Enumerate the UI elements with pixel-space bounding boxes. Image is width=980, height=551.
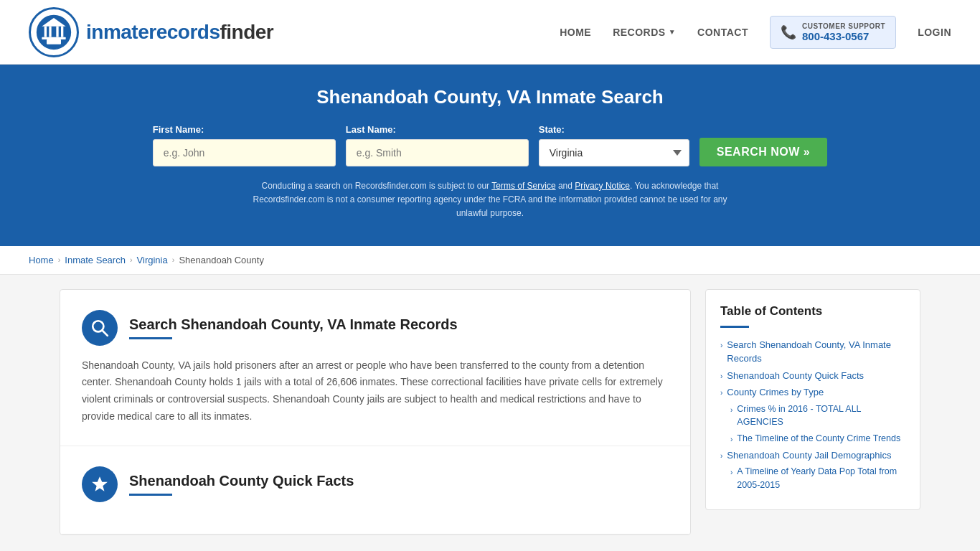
toc-link-label: Search Shenandoah County, VA Inmate Reco… — [727, 338, 905, 366]
toc-title: Table of Contents — [720, 304, 905, 319]
privacy-link[interactable]: Privacy Notice — [575, 181, 630, 191]
toc-item: ›Shenandoah County Quick Facts — [720, 369, 905, 383]
logo-main-text: inmaterecords — [86, 21, 220, 43]
toc-link-label: County Crimes by Type — [727, 385, 824, 400]
toc-item: ›Crimes % in 2016 - TOTAL ALL AGENCIES — [730, 402, 905, 430]
chevron-right-icon: › — [720, 371, 722, 382]
hero-title: Shenandoah County, VA Inmate Search — [29, 86, 951, 108]
main-container: Search Shenandoah County, VA Inmate Reco… — [31, 289, 949, 535]
search-button[interactable]: SEARCH NOW » — [699, 138, 827, 166]
quick-facts-section: Shenandoah County Quick Facts — [60, 446, 690, 534]
toc-link[interactable]: ›Shenandoah County Jail Demographics — [720, 448, 905, 463]
toc-link-label: Shenandoah County Quick Facts — [727, 369, 864, 383]
state-group: State: VirginiaAlabamaAlaskaArizonaArkan… — [539, 124, 689, 166]
chevron-down-icon: ▼ — [669, 28, 676, 36]
svg-rect-3 — [44, 26, 47, 37]
chevron-right-icon: › — [720, 387, 722, 398]
state-label: State: — [539, 124, 565, 135]
chevron-right-icon: › — [720, 340, 722, 351]
svg-marker-11 — [92, 476, 108, 491]
toc-divider — [720, 326, 749, 328]
toc-item: ›County Crimes by Type — [720, 385, 905, 400]
last-name-label: Last Name: — [346, 124, 396, 135]
phone-icon: 📞 — [781, 24, 796, 40]
search-section-icon — [82, 310, 118, 346]
quick-facts-header: Shenandoah County Quick Facts — [82, 466, 669, 502]
hero-disclaimer: Conducting a search on Recordsfinder.com… — [239, 179, 741, 221]
logo-icon — [29, 7, 79, 57]
support-text-area: CUSTOMER SUPPORT 800-433-0567 — [802, 22, 885, 42]
chevron-right-icon: › — [730, 405, 732, 415]
svg-rect-7 — [42, 37, 65, 39]
sidebar: Table of Contents ›Search Shenandoah Cou… — [705, 289, 920, 510]
nav-contact[interactable]: CONTACT — [697, 27, 748, 38]
inmate-records-title-wrap: Search Shenandoah County, VA Inmate Reco… — [129, 316, 458, 339]
breadcrumb-sep-1: › — [58, 255, 61, 264]
breadcrumb-sep-2: › — [130, 255, 133, 264]
toc-link[interactable]: ›Search Shenandoah County, VA Inmate Rec… — [720, 338, 905, 366]
title-underline-2 — [129, 494, 172, 496]
main-nav: HOME RECORDS ▼ CONTACT 📞 CUSTOMER SUPPOR… — [560, 16, 951, 49]
tos-link[interactable]: Terms of Service — [491, 181, 555, 191]
toc-item: ›The Timeline of the County Crime Trends — [730, 432, 905, 446]
nav-records[interactable]: RECORDS ▼ — [613, 27, 676, 38]
toc-link-label: Crimes % in 2016 - TOTAL ALL AGENCIES — [737, 402, 905, 430]
nav-records-label: RECORDS — [613, 27, 666, 38]
breadcrumb-home[interactable]: Home — [29, 255, 54, 265]
site-header: inmaterecordsfinder HOME RECORDS ▼ CONTA… — [0, 0, 980, 65]
toc-link-label: The Timeline of the County Crime Trends — [737, 432, 900, 446]
svg-rect-5 — [56, 26, 58, 37]
toc-list: ›Search Shenandoah County, VA Inmate Rec… — [720, 338, 905, 492]
nav-home[interactable]: HOME — [560, 27, 591, 38]
nav-login[interactable]: LOGIN — [918, 27, 951, 38]
toc-item: ›A Timeline of Yearly Data Pop Total fro… — [730, 465, 905, 492]
first-name-input[interactable] — [153, 139, 336, 166]
customer-support-box: 📞 CUSTOMER SUPPORT 800-433-0567 — [770, 16, 896, 49]
inmate-records-header: Search Shenandoah County, VA Inmate Reco… — [82, 310, 669, 346]
toc-link[interactable]: ›The Timeline of the County Crime Trends — [730, 432, 905, 446]
svg-rect-4 — [49, 26, 51, 37]
quick-facts-icon — [82, 466, 118, 502]
breadcrumb: Home › Inmate Search › Virginia › Shenan… — [0, 246, 980, 275]
last-name-input[interactable] — [346, 139, 529, 166]
breadcrumb-state[interactable]: Virginia — [137, 255, 168, 265]
toc-link[interactable]: ›A Timeline of Yearly Data Pop Total fro… — [730, 465, 905, 492]
quick-facts-title-wrap: Shenandoah County Quick Facts — [129, 473, 354, 496]
svg-rect-8 — [47, 39, 61, 44]
first-name-label: First Name: — [153, 124, 204, 135]
last-name-group: Last Name: — [346, 124, 529, 166]
breadcrumb-inmate-search[interactable]: Inmate Search — [65, 255, 126, 265]
logo-text: inmaterecordsfinder — [86, 21, 273, 44]
toc-link-label: Shenandoah County Jail Demographics — [727, 448, 891, 463]
breadcrumb-county: Shenandoah County — [179, 255, 264, 265]
toc-item: ›Shenandoah County Jail Demographics — [720, 448, 905, 463]
toc-item: ›Search Shenandoah County, VA Inmate Rec… — [720, 338, 905, 366]
inmate-records-body: Shenandoah County, VA jails hold prisone… — [82, 357, 669, 425]
title-underline-1 — [129, 337, 172, 339]
svg-line-10 — [102, 330, 108, 336]
hero-section: Shenandoah County, VA Inmate Search Firs… — [0, 65, 980, 246]
logo-area: inmaterecordsfinder — [29, 7, 273, 57]
toc-link-label: A Timeline of Yearly Data Pop Total from… — [737, 465, 905, 492]
toc-link[interactable]: ›Crimes % in 2016 - TOTAL ALL AGENCIES — [730, 402, 905, 430]
toc-link[interactable]: ›County Crimes by Type — [720, 385, 905, 400]
content-area: Search Shenandoah County, VA Inmate Reco… — [60, 289, 691, 535]
svg-rect-6 — [61, 26, 63, 37]
chevron-right-icon: › — [730, 467, 732, 478]
chevron-right-icon: › — [730, 434, 732, 445]
inmate-records-title: Search Shenandoah County, VA Inmate Reco… — [129, 316, 458, 333]
toc-link[interactable]: ›Shenandoah County Quick Facts — [720, 369, 905, 383]
quick-facts-title: Shenandoah County Quick Facts — [129, 473, 354, 489]
logo-finder-text: finder — [220, 21, 273, 43]
search-form: First Name: Last Name: State: VirginiaAl… — [29, 124, 951, 166]
breadcrumb-sep-3: › — [172, 255, 175, 264]
chevron-right-icon: › — [720, 451, 722, 461]
support-phone: 800-433-0567 — [802, 30, 885, 42]
inmate-records-section: Search Shenandoah County, VA Inmate Reco… — [60, 290, 690, 446]
support-label: CUSTOMER SUPPORT — [802, 22, 885, 30]
state-select[interactable]: VirginiaAlabamaAlaskaArizonaArkansasCali… — [539, 139, 689, 166]
first-name-group: First Name: — [153, 124, 336, 166]
